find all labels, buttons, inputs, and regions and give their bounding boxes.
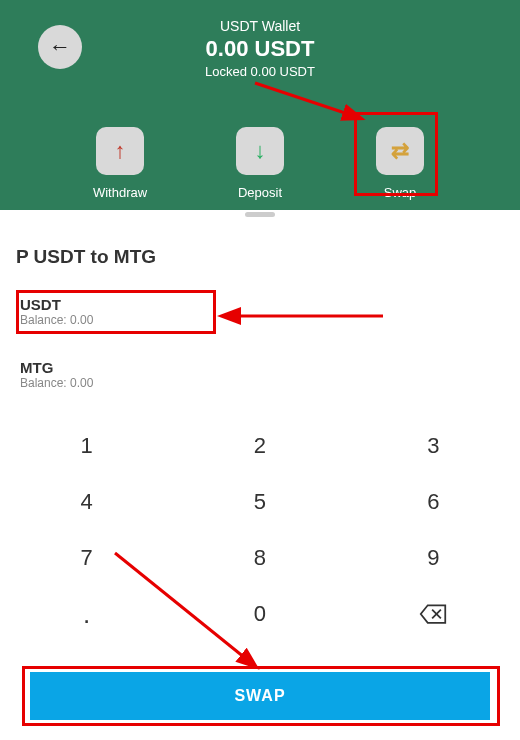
- wallet-locked: Locked 0.00 USDT: [0, 64, 520, 79]
- to-token-block[interactable]: MTG Balance: 0.00: [0, 355, 520, 398]
- from-token-balance: Balance: 0.00: [20, 313, 500, 327]
- keypad-8[interactable]: 8: [173, 530, 346, 586]
- swap-body: P USDT to MTG USDT Balance: 0.00 MTG Bal…: [0, 210, 520, 642]
- from-token-block[interactable]: USDT Balance: 0.00: [0, 292, 520, 335]
- keypad-1[interactable]: 1: [0, 418, 173, 474]
- keypad-2[interactable]: 2: [173, 418, 346, 474]
- keypad-6[interactable]: 6: [347, 474, 520, 530]
- keypad-backspace[interactable]: [347, 586, 520, 642]
- backspace-icon: [419, 603, 447, 625]
- wallet-header: ← USDT Wallet 0.00 USDT Locked 0.00 USDT…: [0, 0, 520, 210]
- swap-label: Swap: [384, 185, 417, 200]
- spacer: [0, 335, 520, 355]
- keypad-0[interactable]: 0: [173, 586, 346, 642]
- drag-handle[interactable]: [245, 212, 275, 217]
- arrow-up-icon: ↑: [96, 127, 144, 175]
- withdraw-button[interactable]: ↑ Withdraw: [80, 127, 160, 200]
- keypad-3[interactable]: 3: [347, 418, 520, 474]
- swap-action-button[interactable]: ⇄ Swap: [360, 127, 440, 200]
- keypad-5[interactable]: 5: [173, 474, 346, 530]
- numeric-keypad: 1 2 3 4 5 6 7 8 9 . 0: [0, 418, 520, 642]
- arrow-left-icon: ←: [49, 34, 71, 60]
- to-token-balance: Balance: 0.00: [20, 376, 500, 390]
- from-token-symbol: USDT: [20, 296, 500, 313]
- keypad-7[interactable]: 7: [0, 530, 173, 586]
- swap-title: P USDT to MTG: [0, 246, 520, 292]
- back-button[interactable]: ←: [38, 25, 82, 69]
- screen: ← USDT Wallet 0.00 USDT Locked 0.00 USDT…: [0, 0, 520, 740]
- swap-icon: ⇄: [376, 127, 424, 175]
- withdraw-label: Withdraw: [93, 185, 147, 200]
- deposit-label: Deposit: [238, 185, 282, 200]
- keypad-4[interactable]: 4: [0, 474, 173, 530]
- arrow-down-icon: ↓: [236, 127, 284, 175]
- swap-submit-button[interactable]: SWAP: [30, 672, 490, 720]
- deposit-button[interactable]: ↓ Deposit: [220, 127, 300, 200]
- keypad-dot[interactable]: .: [0, 586, 173, 642]
- action-row: ↑ Withdraw ↓ Deposit ⇄ Swap: [0, 127, 520, 200]
- wallet-name: USDT Wallet: [0, 18, 520, 34]
- keypad-9[interactable]: 9: [347, 530, 520, 586]
- to-token-symbol: MTG: [20, 359, 500, 376]
